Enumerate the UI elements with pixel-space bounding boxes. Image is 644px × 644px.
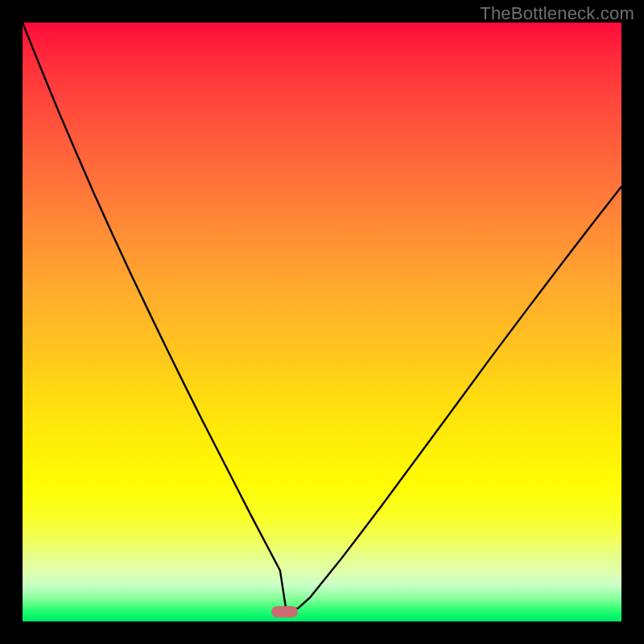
chart-frame: TheBottleneck.com [0,0,644,644]
plot-area [23,23,621,621]
optimal-range-marker [271,606,298,617]
bottleneck-curve [23,23,621,621]
watermark-text: TheBottleneck.com [480,3,634,24]
